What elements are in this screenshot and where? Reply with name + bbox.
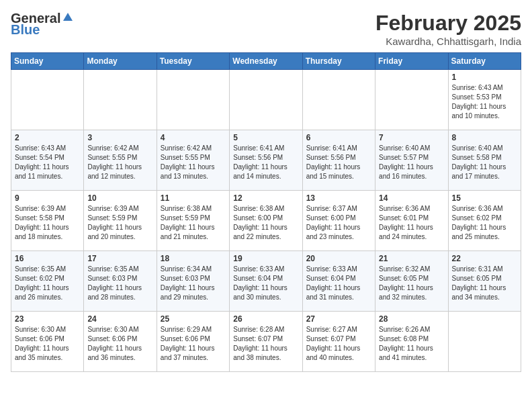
calendar-week-row: 2Sunrise: 6:43 AM Sunset: 5:54 PM Daylig… <box>11 130 521 191</box>
day-number: 23 <box>15 314 80 324</box>
day-info: Sunrise: 6:33 AM Sunset: 6:04 PM Dayligh… <box>306 265 371 302</box>
day-number: 4 <box>161 133 226 142</box>
calendar-cell: 17Sunrise: 6:35 AM Sunset: 6:03 PM Dayli… <box>84 251 157 312</box>
day-number: 17 <box>87 254 152 263</box>
calendar-cell <box>448 312 521 372</box>
calendar-cell: 26Sunrise: 6:28 AM Sunset: 6:07 PM Dayli… <box>230 312 302 372</box>
calendar-cell: 13Sunrise: 6:37 AM Sunset: 6:00 PM Dayli… <box>302 191 375 251</box>
day-number: 15 <box>452 193 517 203</box>
day-number: 8 <box>452 133 517 142</box>
weekday-header: Wednesday <box>230 53 302 70</box>
calendar-cell: 14Sunrise: 6:36 AM Sunset: 6:01 PM Dayli… <box>375 191 448 251</box>
day-info: Sunrise: 6:40 AM Sunset: 5:58 PM Dayligh… <box>452 144 517 181</box>
title-block: February 2025 Kawardha, Chhattisgarh, In… <box>375 11 521 47</box>
day-info: Sunrise: 6:38 AM Sunset: 6:00 PM Dayligh… <box>233 204 298 242</box>
weekday-header: Monday <box>84 53 157 70</box>
day-info: Sunrise: 6:31 AM Sunset: 6:05 PM Dayligh… <box>452 265 517 302</box>
calendar-cell: 27Sunrise: 6:27 AM Sunset: 6:07 PM Dayli… <box>302 312 375 372</box>
calendar-cell <box>11 70 84 130</box>
day-number: 26 <box>233 314 298 324</box>
day-info: Sunrise: 6:42 AM Sunset: 5:55 PM Dayligh… <box>87 144 152 181</box>
day-info: Sunrise: 6:41 AM Sunset: 5:56 PM Dayligh… <box>306 144 371 181</box>
day-number: 6 <box>306 133 371 142</box>
day-number: 16 <box>15 254 80 263</box>
day-info: Sunrise: 6:39 AM Sunset: 5:59 PM Dayligh… <box>87 204 152 242</box>
calendar-cell: 6Sunrise: 6:41 AM Sunset: 5:56 PM Daylig… <box>302 130 375 191</box>
day-info: Sunrise: 6:43 AM Sunset: 5:54 PM Dayligh… <box>15 144 80 181</box>
day-number: 22 <box>452 254 517 263</box>
day-info: Sunrise: 6:29 AM Sunset: 6:06 PM Dayligh… <box>161 325 226 363</box>
day-number: 7 <box>379 133 444 142</box>
day-number: 10 <box>87 193 152 203</box>
calendar-cell: 11Sunrise: 6:38 AM Sunset: 5:59 PM Dayli… <box>157 191 229 251</box>
day-info: Sunrise: 6:28 AM Sunset: 6:07 PM Dayligh… <box>233 325 298 363</box>
day-info: Sunrise: 6:36 AM Sunset: 6:01 PM Dayligh… <box>379 204 444 242</box>
weekday-header: Thursday <box>302 53 375 70</box>
logo: General Blue <box>11 11 74 38</box>
day-number: 9 <box>15 193 80 203</box>
day-number: 19 <box>233 254 298 263</box>
calendar-cell <box>157 70 229 130</box>
weekday-header: Saturday <box>448 53 521 70</box>
page-header: General Blue February 2025 Kawardha, Chh… <box>11 11 521 47</box>
day-number: 5 <box>233 133 298 142</box>
calendar-cell <box>375 70 448 130</box>
calendar-cell <box>84 70 157 130</box>
logo-blue-text: Blue <box>11 22 40 38</box>
day-info: Sunrise: 6:40 AM Sunset: 5:57 PM Dayligh… <box>379 144 444 181</box>
calendar-cell: 16Sunrise: 6:35 AM Sunset: 6:02 PM Dayli… <box>11 251 84 312</box>
calendar-cell: 20Sunrise: 6:33 AM Sunset: 6:04 PM Dayli… <box>302 251 375 312</box>
logo-icon <box>62 11 74 24</box>
day-number: 25 <box>161 314 226 324</box>
calendar-week-row: 16Sunrise: 6:35 AM Sunset: 6:02 PM Dayli… <box>11 251 521 312</box>
day-info: Sunrise: 6:30 AM Sunset: 6:06 PM Dayligh… <box>15 325 80 363</box>
day-info: Sunrise: 6:27 AM Sunset: 6:07 PM Dayligh… <box>306 325 371 363</box>
calendar-cell: 12Sunrise: 6:38 AM Sunset: 6:00 PM Dayli… <box>230 191 302 251</box>
day-number: 24 <box>87 314 152 324</box>
day-number: 28 <box>379 314 444 324</box>
day-number: 12 <box>233 193 298 203</box>
calendar-week-row: 1Sunrise: 6:43 AM Sunset: 5:53 PM Daylig… <box>11 70 521 130</box>
calendar-cell: 4Sunrise: 6:42 AM Sunset: 5:55 PM Daylig… <box>157 130 229 191</box>
svg-marker-0 <box>63 13 73 21</box>
calendar-week-row: 9Sunrise: 6:39 AM Sunset: 5:58 PM Daylig… <box>11 191 521 251</box>
day-info: Sunrise: 6:33 AM Sunset: 6:04 PM Dayligh… <box>233 265 298 302</box>
day-info: Sunrise: 6:37 AM Sunset: 6:00 PM Dayligh… <box>306 204 371 242</box>
day-number: 27 <box>306 314 371 324</box>
day-number: 11 <box>161 193 226 203</box>
calendar-cell: 15Sunrise: 6:36 AM Sunset: 6:02 PM Dayli… <box>448 191 521 251</box>
day-number: 1 <box>452 73 517 82</box>
day-info: Sunrise: 6:36 AM Sunset: 6:02 PM Dayligh… <box>452 204 517 242</box>
calendar-table: SundayMondayTuesdayWednesdayThursdayFrid… <box>11 52 521 372</box>
day-info: Sunrise: 6:41 AM Sunset: 5:56 PM Dayligh… <box>233 144 298 181</box>
day-number: 20 <box>306 254 371 263</box>
calendar-cell: 18Sunrise: 6:34 AM Sunset: 6:03 PM Dayli… <box>157 251 229 312</box>
calendar-cell <box>302 70 375 130</box>
day-number: 18 <box>161 254 226 263</box>
calendar-cell <box>230 70 302 130</box>
weekday-header: Tuesday <box>157 53 229 70</box>
day-info: Sunrise: 6:30 AM Sunset: 6:06 PM Dayligh… <box>87 325 152 363</box>
weekday-header: Sunday <box>11 53 84 70</box>
calendar-week-row: 23Sunrise: 6:30 AM Sunset: 6:06 PM Dayli… <box>11 312 521 372</box>
calendar-cell: 5Sunrise: 6:41 AM Sunset: 5:56 PM Daylig… <box>230 130 302 191</box>
day-number: 21 <box>379 254 444 263</box>
day-info: Sunrise: 6:32 AM Sunset: 6:05 PM Dayligh… <box>379 265 444 302</box>
calendar-cell: 25Sunrise: 6:29 AM Sunset: 6:06 PM Dayli… <box>157 312 229 372</box>
weekday-header: Friday <box>375 53 448 70</box>
calendar-cell: 8Sunrise: 6:40 AM Sunset: 5:58 PM Daylig… <box>448 130 521 191</box>
day-info: Sunrise: 6:39 AM Sunset: 5:58 PM Dayligh… <box>15 204 80 242</box>
day-info: Sunrise: 6:43 AM Sunset: 5:53 PM Dayligh… <box>452 83 517 121</box>
day-info: Sunrise: 6:26 AM Sunset: 6:08 PM Dayligh… <box>379 325 444 363</box>
day-info: Sunrise: 6:34 AM Sunset: 6:03 PM Dayligh… <box>161 265 226 302</box>
day-number: 2 <box>15 133 80 142</box>
calendar-cell: 10Sunrise: 6:39 AM Sunset: 5:59 PM Dayli… <box>84 191 157 251</box>
day-info: Sunrise: 6:38 AM Sunset: 5:59 PM Dayligh… <box>161 204 226 242</box>
calendar-cell: 7Sunrise: 6:40 AM Sunset: 5:57 PM Daylig… <box>375 130 448 191</box>
calendar-cell: 23Sunrise: 6:30 AM Sunset: 6:06 PM Dayli… <box>11 312 84 372</box>
day-info: Sunrise: 6:35 AM Sunset: 6:03 PM Dayligh… <box>87 265 152 302</box>
calendar-cell: 24Sunrise: 6:30 AM Sunset: 6:06 PM Dayli… <box>84 312 157 372</box>
calendar-cell: 28Sunrise: 6:26 AM Sunset: 6:08 PM Dayli… <box>375 312 448 372</box>
calendar-cell: 2Sunrise: 6:43 AM Sunset: 5:54 PM Daylig… <box>11 130 84 191</box>
calendar-cell: 21Sunrise: 6:32 AM Sunset: 6:05 PM Dayli… <box>375 251 448 312</box>
